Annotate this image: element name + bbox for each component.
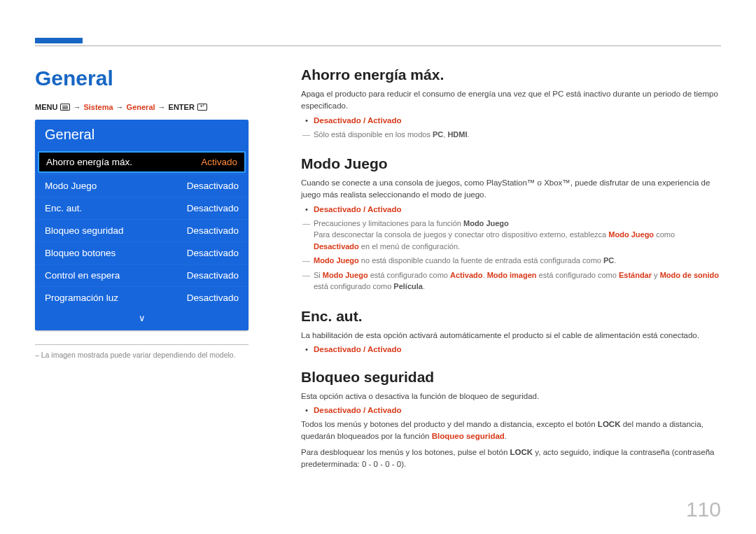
menu-row-5[interactable]: Control en esperaDesactivado [35, 264, 248, 286]
section-modo-desc: Cuando se conecte a una consola de juego… [301, 177, 721, 202]
page-content: General MENU → Sistema → General → ENTER… [35, 66, 721, 513]
menu-row-label: Modo Juego [45, 181, 97, 191]
note-strong: Película [393, 282, 423, 290]
note-pc: PC [433, 130, 443, 139]
note-text: . [614, 256, 616, 265]
note-hdmi: HDMI [447, 130, 467, 139]
note-strong: PC [603, 256, 614, 265]
section-bloqueo-options: Desactivado / Activado [314, 406, 721, 414]
p-strong: LOCK [510, 448, 533, 456]
menu-row-label: Programación luz [45, 293, 118, 303]
note-red: Activado [450, 271, 482, 279]
menu-row-value: Desactivado [187, 225, 239, 236]
note-end: . [468, 130, 470, 139]
menu-row-2[interactable]: Enc. aut.Desactivado [35, 197, 248, 219]
note-text: no está disponible cuando la fuente de e… [359, 256, 603, 265]
note-red: Modo imagen [487, 271, 537, 279]
section-ahorro-options: Desactivado / Activado [314, 116, 721, 125]
menu-row-value: Desactivado [187, 293, 239, 303]
note-red: Estándar [619, 271, 652, 279]
scroll-down-icon[interactable]: ∨ [35, 309, 248, 330]
left-column: General MENU → Sistema → General → ENTER… [35, 66, 273, 513]
note-text: en el menú de configuración. [359, 242, 460, 251]
breadcrumb-sistema: Sistema [83, 103, 113, 111]
section-ahorro-title: Ahorro energía máx. [301, 66, 721, 83]
menu-row-value: Desactivado [187, 270, 239, 281]
section-bloqueo-p2: Todos los menús y botones del producto y… [301, 419, 721, 443]
p-strong: LOCK [598, 420, 621, 428]
menu-icon [60, 104, 70, 111]
menu-row-label: Bloqueo botones [45, 248, 115, 258]
page-title: General [35, 66, 273, 90]
section-modo-note1: Precauciones y limitaciones para la func… [314, 218, 721, 253]
menu-row-3[interactable]: Bloqueo seguridadDesactivado [35, 219, 248, 241]
menu-row-6[interactable]: Programación luzDesactivado [35, 286, 248, 309]
menu-row-label: Control en espera [45, 270, 120, 281]
section-ahorro-desc: Apaga el producto para reducir el consum… [301, 88, 721, 113]
note-text: y [652, 271, 660, 279]
page-number: 110 [686, 498, 721, 521]
menu-row-value: Desactivado [187, 248, 239, 258]
p-red: Bloqueo seguridad [432, 432, 505, 440]
note-text: está configurado como [314, 282, 393, 290]
menu-row-label: Enc. aut. [45, 203, 82, 213]
note-strong: Modo Juego [463, 219, 509, 227]
breadcrumb-menu: MENU [35, 103, 57, 111]
section-bloqueo-title: Bloqueo seguridad [301, 369, 721, 386]
menu-row-4[interactable]: Bloqueo botonesDesactivado [35, 241, 248, 264]
menu-title: General [35, 120, 248, 150]
menu-row-label: Ahorro energía máx. [46, 157, 132, 167]
menu-row-1[interactable]: Modo JuegoDesactivado [35, 174, 248, 197]
section-enc-options: Desactivado / Activado [314, 345, 721, 353]
menu-panel: General Ahorro energía máx.ActivadoModo … [35, 120, 248, 330]
section-enc-desc: La habilitación de esta opción activará … [301, 330, 721, 342]
note-red: Modo Juego [314, 256, 359, 265]
image-footnote: La imagen mostrada puede variar dependie… [35, 351, 248, 359]
p-text: Para desbloquear los menús y los botones… [301, 448, 510, 456]
arrow-icon: → [73, 103, 80, 111]
menu-row-0[interactable]: Ahorro energía máx.Activado [38, 151, 246, 173]
divider [35, 344, 248, 345]
enter-icon [197, 104, 207, 111]
section-bloqueo-p3: Para desbloquear los menús y los botones… [301, 447, 721, 471]
section-ahorro-note: Sólo está disponible en los modos PC, HD… [314, 129, 721, 141]
menu-row-label: Bloqueo seguridad [45, 225, 124, 236]
note-red: Modo Juego [323, 271, 368, 279]
note-text: Para desconectar la consola de juegos y … [314, 230, 608, 239]
menu-row-value: Activado [201, 157, 237, 167]
breadcrumb-general: General [127, 103, 155, 111]
breadcrumb: MENU → Sistema → General → ENTER [35, 103, 273, 111]
right-column: Ahorro energía máx. Apaga el producto pa… [301, 66, 721, 513]
section-modo-title: Modo Juego [301, 155, 721, 172]
note-text: Si [314, 271, 323, 279]
note-red: Modo Juego [608, 230, 654, 239]
tab-indicator [35, 38, 83, 43]
section-enc-title: Enc. aut. [301, 308, 721, 325]
note-red: Modo de sonido [660, 271, 719, 279]
note-text: está configurado como [368, 271, 450, 279]
p-text: . [505, 432, 507, 440]
top-border [35, 45, 721, 46]
arrow-icon: → [158, 103, 166, 111]
note-text: Sólo está disponible en los modos [314, 130, 433, 139]
arrow-icon: → [116, 103, 124, 111]
breadcrumb-enter: ENTER [169, 103, 195, 111]
note-red: Desactivado [314, 242, 359, 251]
p-text: Todos los menús y botones del producto y… [301, 420, 598, 428]
menu-row-value: Desactivado [187, 203, 239, 213]
section-modo-note2: Modo Juego no está disponible cuando la … [314, 255, 721, 267]
note-text: como [654, 230, 675, 239]
section-modo-options: Desactivado / Activado [314, 205, 721, 213]
note-text: . [423, 282, 425, 290]
section-bloqueo-desc: Esta opción activa o desactiva la funció… [301, 391, 721, 402]
menu-row-value: Desactivado [187, 181, 239, 191]
section-modo-note3: Si Modo Juego está configurado como Acti… [314, 269, 721, 293]
note-text: Precauciones y limitaciones para la func… [314, 219, 463, 227]
note-text: está configurado como [537, 271, 619, 279]
